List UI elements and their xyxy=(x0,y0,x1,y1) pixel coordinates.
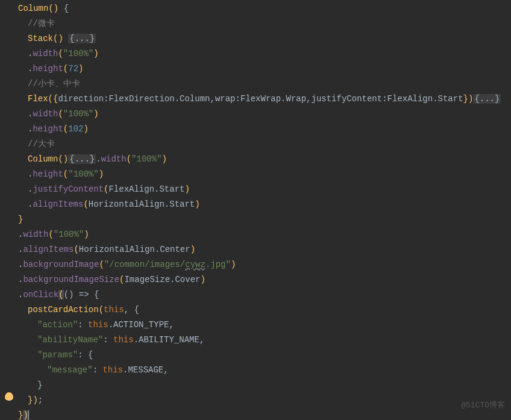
code-line: .backgroundImageSize(ImageSize.Cover) xyxy=(13,272,511,287)
code-line: Flex({direction:FlexDirection.Column,wra… xyxy=(13,92,511,107)
code-line: .onClick(() => { xyxy=(13,287,511,302)
code-line: .height("100%") xyxy=(13,167,511,182)
code-line: } xyxy=(13,378,511,393)
watermark-text: @51CTO博客 xyxy=(461,398,505,413)
code-line: //微卡 xyxy=(13,16,511,31)
code-line: .alignItems(HorizontalAlign.Start) xyxy=(13,197,511,212)
code-line: .width("100%") xyxy=(13,107,511,122)
code-line: .width("100%") xyxy=(13,227,511,242)
code-line: .height(102) xyxy=(13,122,511,137)
fn-column: Column xyxy=(18,4,48,13)
collapsed-block[interactable]: {...} xyxy=(473,94,501,104)
text-cursor xyxy=(28,410,29,420)
code-line: Column(){...}.width("100%") xyxy=(13,152,511,167)
code-line: }); xyxy=(13,393,511,408)
collapsed-block[interactable]: {...} xyxy=(68,34,96,43)
code-line: postCardAction(this, { xyxy=(13,302,511,318)
lightbulb-icon[interactable] xyxy=(5,392,13,401)
code-line: Column() { xyxy=(13,1,511,16)
code-editor[interactable]: Column() { //微卡 Stack() {...} .width("10… xyxy=(0,0,511,420)
code-line: .justifyContent(FlexAlign.Start) xyxy=(13,182,511,197)
code-line: "message": this.MESSAGE, xyxy=(13,363,511,378)
code-line: "params": { xyxy=(13,348,511,363)
code-line: .alignItems(HorizontalAlign.Center) xyxy=(13,242,511,257)
code-line: .width("100%") xyxy=(13,46,511,61)
code-line: Stack() {...} xyxy=(13,31,511,46)
code-line: .backgroundImage("/common/images/cywz.jp… xyxy=(13,257,511,272)
code-line: .height(72) xyxy=(13,61,511,77)
code-line: //小卡、中卡 xyxy=(13,77,511,92)
code-line: "action": this.ACTION_TYPE, xyxy=(13,318,511,333)
code-line: } xyxy=(13,212,511,227)
code-line: //大卡 xyxy=(13,137,511,152)
code-line: "abilityName": this.ABILITY_NAME, xyxy=(13,333,511,348)
code-line: }) xyxy=(13,408,511,420)
collapsed-block[interactable]: {...} xyxy=(68,154,96,164)
